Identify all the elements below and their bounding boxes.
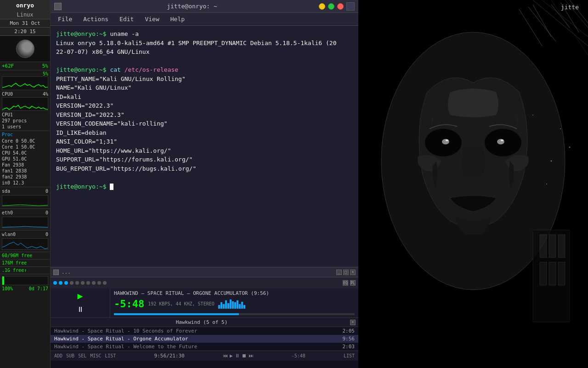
os-line-4: VERSION="2022.3" — [56, 101, 353, 110]
svg-point-10 — [442, 139, 449, 144]
player-minimize[interactable]: _ — [336, 270, 342, 275]
nav-next[interactable]: ⏭ — [249, 353, 254, 359]
sidebar-datetime: Mon 31 Oct — [0, 19, 50, 28]
sda-val: 0 — [45, 189, 48, 194]
progress-bar[interactable] — [114, 313, 355, 315]
terminal-window: jitte@onryo: ~ File Actions Edit View He… — [51, 0, 358, 267]
pl-button[interactable]: PL — [350, 280, 356, 286]
add-button[interactable]: ADD — [54, 353, 62, 358]
footer-list-label: LIST — [344, 353, 355, 358]
wlan0-val: 0 — [45, 232, 48, 237]
svg-rect-21 — [549, 262, 556, 285]
playlist-close[interactable]: × — [350, 320, 356, 325]
viz-bar-1 — [218, 305, 220, 309]
moon-widget — [0, 36, 50, 62]
eth0-val: 0 — [45, 210, 48, 215]
os-line-7: ID_LIKE=debian — [56, 128, 353, 138]
playlist-nav: ⏮ ▶ ⏸ ⏹ ⏭ — [223, 353, 254, 359]
playlist-item-2[interactable]: Hawkwind - Space Ritual - Orgone Accumul… — [51, 335, 358, 343]
terminal-body[interactable]: jitte@onryo:~$ uname -a Linux onryo 5.18… — [51, 26, 358, 267]
list-button-footer[interactable]: LIST — [105, 353, 116, 358]
cpu0-label: CPU0 — [2, 92, 13, 97]
menu-actions[interactable]: Actions — [81, 16, 110, 23]
playlist-item-3[interactable]: Hawkwind - Space Ritual - Welcome to the… — [51, 343, 358, 351]
viz-bar-3 — [223, 304, 225, 309]
os-line-9: HOME_URL="https://www.kali.org/" — [56, 146, 353, 155]
pause-button[interactable]: ⏸ — [75, 304, 86, 315]
svg-point-27 — [551, 161, 552, 162]
side-label: jitte — [561, 4, 579, 11]
cmd2-arg: /etc/os-release — [124, 66, 178, 73]
eth0-label: eth0 — [2, 210, 13, 215]
progress-fill — [114, 313, 239, 315]
cpu-temp-row: CPU 54.0C — [2, 150, 48, 156]
dot9 — [97, 281, 101, 285]
viz-bar-11 — [241, 302, 243, 309]
play-button[interactable]: ▶ — [75, 289, 85, 302]
eq-button[interactable]: EQ — [343, 280, 348, 286]
viz-bar-10 — [239, 304, 241, 309]
svg-point-28 — [532, 115, 533, 115]
menu-view[interactable]: View — [143, 16, 161, 23]
close-button[interactable] — [337, 3, 344, 10]
mem1: 60/96M free — [2, 253, 32, 258]
menu-help[interactable]: Help — [169, 16, 187, 23]
menu-edit[interactable]: Edit — [118, 16, 136, 23]
sidebar-time: 2:20 15 — [0, 28, 50, 36]
playlist-footer-buttons: ADD SUB SEL MISC LIST — [54, 353, 116, 358]
cmd2-highlight: cat — [110, 66, 120, 73]
playlist-item-1[interactable]: Hawkwind - Space Ritual - 10 Seconds of … — [51, 327, 358, 335]
mem1-row: 60/96M free — [0, 252, 50, 259]
nav-play[interactable]: ▶ — [230, 353, 233, 359]
eth0-graph — [2, 217, 48, 228]
cmd1: uname -a — [110, 30, 139, 37]
menu-file[interactable]: File — [56, 16, 74, 23]
fan0-row: Fan 2938 — [2, 162, 48, 168]
time-display: -5:48 — [114, 298, 144, 310]
viz-bar-6 — [230, 299, 232, 309]
nav-pause[interactable]: ⏸ — [235, 353, 240, 359]
minimize-button[interactable] — [319, 3, 325, 10]
sel-button[interactable]: SEL — [78, 353, 86, 358]
player-main-area: ⏮ ⏪ ▶ ⏸ ⏩ ⏭ HAWKWIND – SPACE RITUAL – OR… — [51, 288, 358, 317]
nav-stop[interactable]: ⏹ — [242, 353, 247, 359]
player-time-area: -5:48 192 KBPS, 44 KHZ, STEREO — [114, 298, 355, 310]
playlist-footer: ADD SUB SEL MISC LIST 9:56/21:30 ⏮ ▶ ⏸ ⏹… — [51, 351, 358, 361]
nav-prev[interactable]: ⏮ — [223, 353, 228, 359]
playlist-item-1-title: Hawkwind - Space Ritual - 10 Seconds of … — [54, 328, 197, 334]
os-line-3: ID=kali — [56, 92, 353, 102]
maximize-button[interactable] — [328, 3, 334, 10]
hostname-line1: onryo — [0, 0, 50, 11]
dot8 — [92, 281, 96, 285]
svg-point-11 — [497, 139, 504, 144]
wlan0-label: wlan0 — [2, 232, 16, 237]
player-close[interactable]: × — [350, 270, 356, 275]
os-line-6: VERSION_CODENAME="kali-rolling" — [56, 119, 353, 128]
command3-line: jitte@onryo:~$ — [56, 182, 353, 191]
svg-point-30 — [569, 147, 571, 148]
gpu-temp-row: GPU 51.0C — [2, 156, 48, 162]
eth0-row: eth0 0 — [2, 210, 48, 216]
dot10 — [103, 281, 107, 285]
playlist-item-1-duration: 2:05 — [343, 328, 355, 334]
mem2: 176M free — [2, 260, 27, 265]
viz-bar-9 — [237, 300, 238, 309]
fan2: fan2 2938 — [2, 174, 27, 179]
core1-row: Core 1 50.0C — [2, 144, 48, 150]
footer-time: 9:56/21:30 — [154, 353, 185, 359]
moon-icon — [16, 40, 34, 58]
misc-button[interactable]: MISC — [90, 353, 101, 358]
player-titlebar: ... _ □ × — [51, 267, 358, 277]
prompt3: jitte@onryo:~$ — [56, 183, 107, 190]
transport-controls-3: ⏸ — [75, 304, 86, 315]
playlist-titlebar: Hawkwind (5 of 5) × — [51, 318, 358, 327]
svg-point-13 — [501, 139, 503, 141]
sub-button[interactable]: SUB — [66, 353, 74, 358]
playlist-item-3-duration: 2:03 — [343, 344, 355, 350]
os-line-10: SUPPORT_URL="https://forums.kali.org/" — [56, 155, 353, 164]
output1b: 22-07-07) x86_64 GNU/Linux — [56, 47, 353, 57]
terminal-title: jitte@onryo: ~ — [65, 3, 319, 10]
player-maximize[interactable]: □ — [343, 270, 349, 275]
cpu0-graph — [2, 76, 48, 90]
viz-bar-7 — [232, 301, 234, 309]
